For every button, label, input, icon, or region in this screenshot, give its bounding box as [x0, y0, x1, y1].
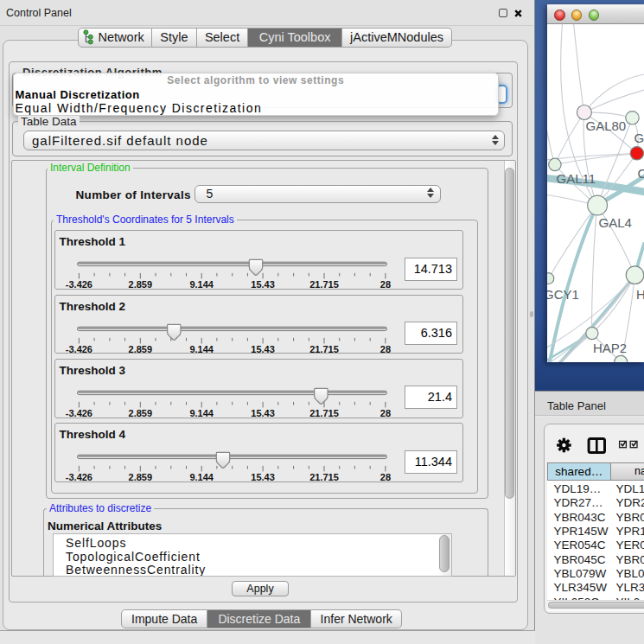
svg-text:-3.426: -3.426 — [65, 408, 92, 418]
svg-text:28: 28 — [379, 472, 390, 482]
svg-text:GAL11: GAL11 — [556, 171, 596, 186]
svg-text:21.715: 21.715 — [309, 279, 339, 290]
svg-text:2.859: 2.859 — [128, 472, 152, 482]
svg-text:2.859: 2.859 — [128, 408, 152, 418]
svg-text:HAP2: HAP2 — [593, 340, 627, 354]
svg-text:GA: GA — [634, 130, 644, 144]
svg-text:15.43: 15.43 — [251, 472, 275, 482]
svg-text:C: C — [637, 165, 644, 180]
svg-text:GAL80: GAL80 — [585, 118, 626, 133]
svg-text:2.859: 2.859 — [128, 344, 152, 354]
svg-text:15.43: 15.43 — [251, 408, 275, 418]
svg-text:2.859: 2.859 — [128, 279, 152, 290]
svg-text:-3.426: -3.426 — [65, 279, 92, 290]
svg-text:15.43: 15.43 — [251, 279, 275, 290]
svg-text:21.715: 21.715 — [309, 408, 339, 418]
svg-text:9.144: 9.144 — [189, 472, 214, 482]
svg-text:21.715: 21.715 — [309, 472, 339, 482]
svg-text:GAL4: GAL4 — [598, 215, 631, 230]
svg-text:28: 28 — [379, 408, 390, 418]
svg-text:GCY1: GCY1 — [547, 286, 579, 301]
svg-text:-3.426: -3.426 — [65, 344, 92, 354]
svg-text:28: 28 — [379, 344, 390, 354]
svg-text:15.43: 15.43 — [251, 344, 275, 354]
svg-text:28: 28 — [379, 279, 390, 290]
svg-text:9.144: 9.144 — [189, 344, 214, 354]
svg-text:-3.426: -3.426 — [65, 472, 92, 482]
svg-text:H: H — [636, 286, 644, 301]
svg-text:9.144: 9.144 — [189, 279, 214, 290]
svg-text:9.144: 9.144 — [189, 408, 214, 418]
svg-text:21.715: 21.715 — [309, 344, 339, 354]
